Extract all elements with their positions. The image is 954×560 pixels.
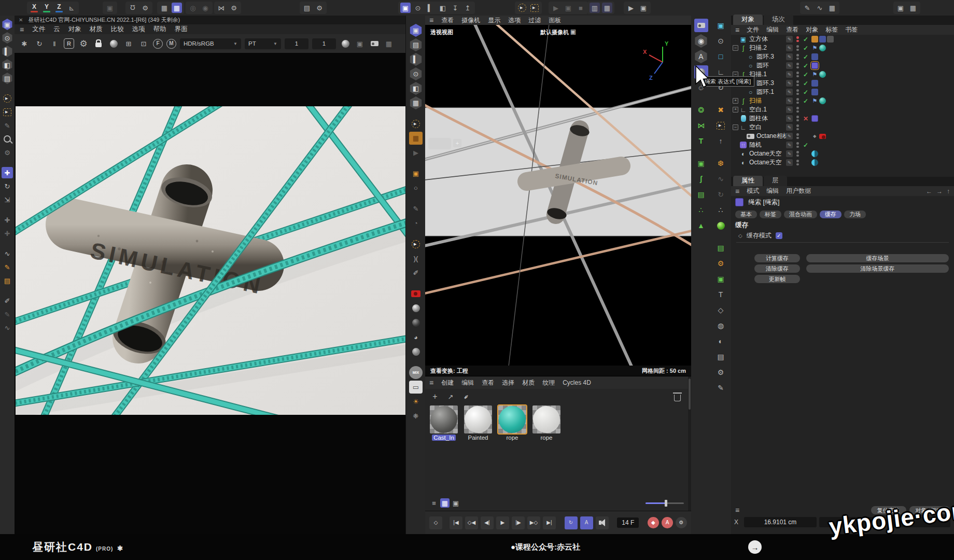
mini-camera-icon[interactable] — [369, 38, 380, 49]
tree-row[interactable]: –ʃ扫描.2✎✓⚑ — [731, 44, 954, 52]
tree-row[interactable]: ▣立方体✎✓ — [731, 35, 954, 44]
section-tab-2[interactable]: 混合动画 — [784, 211, 817, 218]
spline-pen-icon[interactable]: ✎ — [2, 120, 13, 131]
rb-globe-icon[interactable]: ◐ — [714, 334, 728, 348]
object-manager-menu-1[interactable]: 编辑 — [766, 25, 779, 34]
expander-icon[interactable]: – — [733, 124, 738, 130]
enable-mark-icon[interactable]: ✓ — [803, 36, 808, 43]
material-menu-5[interactable]: 纹理 — [542, 379, 555, 387]
vp-live-selection-icon[interactable] — [409, 117, 423, 130]
mode-model-icon[interactable]: ▣ — [2, 19, 13, 30]
rb-cyan-cube-icon[interactable]: ▣ — [714, 19, 728, 32]
viewport-camera-label[interactable]: 默认摄像机 ▣ — [540, 29, 576, 36]
rb-dashed-box-icon[interactable] — [714, 119, 728, 132]
play-button[interactable]: ▶ — [496, 516, 509, 529]
axis-x-button[interactable]: X — [29, 3, 39, 13]
viewport-menu-4[interactable]: 过滤 — [528, 16, 541, 25]
rt-cloth-shirt-icon[interactable]: T — [694, 134, 708, 148]
rb-orange-cross-icon[interactable]: ✖ — [714, 103, 728, 117]
curve-editor-icon[interactable]: ∿ — [815, 3, 825, 13]
thumbnail-size-slider[interactable] — [646, 502, 684, 504]
calculate-cache-button[interactable]: 计算缓存 — [754, 254, 800, 262]
prev-frame-button[interactable]: ◀| — [481, 516, 494, 529]
attribute-menu-0[interactable]: 模式 — [747, 187, 759, 195]
vp-sphere-gray-icon[interactable] — [409, 345, 423, 358]
enable-mark-icon[interactable]: ✓ — [803, 80, 808, 87]
rt-emitter-icon[interactable]: ❂ — [694, 103, 708, 117]
layer-chip[interactable]: ✎ — [786, 142, 793, 148]
t-orange-tag-icon[interactable] — [811, 36, 818, 43]
attr-nav-icon-2[interactable]: ↑ — [947, 188, 950, 195]
section-tab-1[interactable]: 标签 — [760, 211, 781, 218]
keying-settings-button[interactable]: ⚙ — [676, 517, 687, 528]
enable-mark-icon[interactable]: ✓ — [803, 45, 808, 52]
vp-pointer-icon[interactable]: ▶ — [409, 146, 423, 159]
tree-row[interactable]: ○圆环.1✎✓ — [731, 88, 954, 96]
layer-chip[interactable]: ✎ — [786, 89, 793, 95]
object-manager-menu-4[interactable]: 标签 — [825, 25, 838, 34]
project-settings-icon[interactable]: ⚙ — [314, 3, 325, 13]
kernel-settings-icon[interactable]: ⚙ — [78, 38, 89, 49]
rt-green-cube-icon[interactable]: ▣ — [694, 157, 708, 170]
mini-clay-icon[interactable]: ▣ — [354, 38, 366, 49]
axis-modify-icon[interactable]: ◉ — [200, 3, 211, 13]
samples-field-1[interactable]: 1 — [285, 38, 308, 49]
vp-white-card-icon[interactable]: ▭ — [409, 381, 423, 394]
viewport-name-label[interactable]: 透视视图 — [430, 29, 453, 36]
rb-snowflake-icon[interactable]: ❆ — [714, 157, 728, 170]
mat-view-grid-icon[interactable]: ▦ — [440, 498, 450, 508]
lv-menu-2[interactable]: 对象 — [68, 25, 81, 34]
t-purple-tag-icon[interactable] — [811, 62, 818, 69]
material-menu-6[interactable]: Cycles 4D — [563, 379, 591, 386]
t-flag-tag-icon[interactable]: ⚑ — [811, 97, 818, 104]
tree-row[interactable]: +∟空白.1✎ — [731, 105, 954, 114]
tree-row[interactable]: ○圆环✎✓ — [731, 61, 954, 70]
expander-icon[interactable]: + — [733, 107, 738, 113]
next-frame-button[interactable]: |▶ — [512, 516, 525, 529]
attr-nav-icon-1[interactable]: → — [936, 188, 943, 195]
material-item[interactable]: rope — [497, 405, 528, 441]
object-manager-menu-0[interactable]: 文件 — [747, 25, 759, 34]
attr-nav-icon-0[interactable]: ← — [926, 188, 932, 195]
hamburger-icon[interactable]: ≡ — [429, 16, 433, 24]
rb-layers-icon[interactable]: ▤ — [714, 350, 728, 363]
object-manager-menu-3[interactable]: 对象 — [806, 25, 818, 34]
hamburger-icon[interactable]: ≡ — [20, 25, 24, 34]
octane-render-image[interactable]: SIMULATION — [16, 106, 405, 415]
material-preview-icon[interactable]: ▣ — [105, 3, 115, 13]
render-play-icon[interactable]: ▶ — [626, 3, 636, 13]
vp-mode-stripe-icon[interactable]: ▤ — [409, 38, 423, 51]
layer-chip[interactable]: ✎ — [786, 159, 793, 166]
rb-s-curve-icon[interactable]: ∿ — [714, 172, 728, 186]
rb-green-sphere-icon[interactable] — [714, 219, 728, 232]
rb-gear2-icon[interactable]: ⚙ — [714, 366, 728, 379]
mat-view-card-icon[interactable]: ▣ — [451, 498, 460, 508]
camera-swap-icon[interactable]: ▣ — [570, 29, 576, 35]
tab-layers[interactable]: 层 — [764, 176, 787, 186]
project-file-icon[interactable]: ▤ — [302, 3, 312, 13]
visibility-dots[interactable] — [796, 160, 799, 165]
box-add-icon[interactable]: ⊞ — [123, 38, 134, 49]
vp-gear-flower-icon[interactable]: ❈ — [409, 410, 423, 423]
hamburger-icon[interactable]: ≡ — [735, 187, 739, 195]
t-blue-tag-icon[interactable] — [811, 80, 818, 87]
mirror-settings-icon[interactable]: ⚙ — [229, 3, 239, 13]
layer-chip[interactable]: ✎ — [786, 133, 793, 139]
viewport-menu-1[interactable]: 摄像机 — [461, 16, 480, 25]
t-gray-tag-icon[interactable] — [827, 36, 834, 43]
t-mat-tag-icon[interactable] — [819, 45, 826, 51]
rt-butterfly-icon[interactable]: ⋈ — [694, 119, 708, 132]
brush-icon[interactable]: ✐ — [2, 295, 13, 306]
layer-chip[interactable]: ✎ — [786, 124, 793, 131]
live-selection-icon[interactable] — [2, 93, 13, 104]
rt-warning-triangle-icon[interactable]: ▲ — [694, 219, 708, 232]
layer-chip[interactable]: ✎ — [786, 106, 793, 113]
t-blue-tag-icon[interactable] — [819, 36, 826, 43]
clear-cache-button[interactable]: 清除缓存 — [754, 264, 800, 273]
lv-menu-0[interactable]: 文件 — [32, 25, 45, 34]
layer-chip[interactable]: ✎ — [786, 97, 793, 104]
visibility-dots[interactable] — [796, 142, 799, 148]
visibility-dots[interactable] — [796, 98, 799, 104]
t-purple-tag-icon[interactable] — [811, 115, 818, 122]
goto-start-button[interactable]: |◀ — [450, 516, 462, 529]
